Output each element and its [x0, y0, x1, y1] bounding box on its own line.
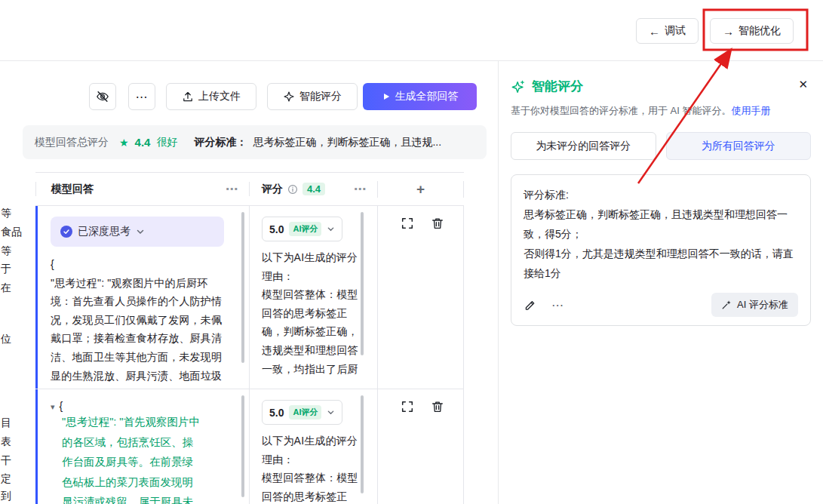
smart-score-panel: 智能评分 ✕ 基于你对模型回答的评分标准，用于 AI 智能评分。使用手册 为未评… — [498, 61, 823, 504]
sparkle-star-icon — [283, 91, 295, 103]
collapse-caret-icon[interactable]: ▾ — [51, 402, 55, 412]
app-page: ← 调试 → 智能优化 等 食品 等 于 在 位 目 表 干 定 到 ⋯ — [0, 0, 823, 504]
chevron-down-icon — [327, 408, 335, 416]
cell-scrollbar[interactable] — [361, 212, 364, 355]
smart-optimize-button[interactable]: → 智能优化 — [710, 18, 794, 44]
score-reason-text: 以下为AI生成的评分 理由： 模型回答整体：模型 回答的思考标签正 — [262, 432, 367, 504]
debug-button-label: 调试 — [665, 24, 686, 38]
expand-icon[interactable] — [401, 400, 414, 413]
upload-icon — [182, 91, 194, 103]
edit-pencil-icon[interactable] — [524, 299, 536, 312]
ai-criteria-button[interactable]: AI 评分标准 — [711, 293, 798, 317]
ai-criteria-button-label: AI 评分标准 — [737, 298, 788, 312]
info-icon — [287, 184, 298, 195]
score-value: 5.0 — [269, 407, 284, 419]
cell-scrollbar[interactable] — [241, 212, 244, 363]
eye-off-icon — [96, 90, 109, 103]
deep-thought-label: 已深度思考 — [78, 225, 131, 238]
generate-all-button-label: 生成全部回答 — [395, 90, 459, 103]
total-score-value: 4.4 — [135, 136, 151, 149]
edge-fragment: 等 — [1, 207, 11, 220]
upload-button-label: 上传文件 — [198, 90, 241, 103]
hide-columns-button[interactable] — [89, 83, 116, 110]
score-average-badge: 4.4 — [302, 183, 325, 195]
column-header-model-answer: 模型回答 ⋯ — [35, 182, 249, 196]
chevron-down-icon — [136, 227, 145, 236]
add-column-header: + — [377, 181, 464, 198]
score-dropdown[interactable]: 5.0 AI评分 — [262, 400, 342, 425]
panel-description: 基于你对模型回答的评分标准，用于 AI 智能评分。使用手册 — [511, 104, 811, 118]
edge-fragment: 目 — [1, 416, 11, 430]
edge-fragment: 位 — [1, 333, 11, 346]
close-icon[interactable]: ✕ — [798, 78, 808, 90]
edge-fragment: 到 — [1, 490, 11, 503]
column-header-score: 评分 4.4 ⋯ — [249, 182, 377, 196]
model-answer-cell[interactable]: 已深度思考 { "思考过程": "观察图片中的后厨环 境：首先查看人员操作的个人… — [35, 206, 249, 389]
smart-score-button[interactable]: 智能评分 — [267, 83, 358, 110]
score-cell[interactable]: 5.0 AI评分 以下为AI生成的评分 理由： 模型回答整体：模型 回答的思考标… — [249, 389, 377, 504]
score-all-button[interactable]: 为所有回答评分 — [666, 132, 812, 160]
expand-icon[interactable] — [401, 217, 414, 230]
check-circle-icon — [60, 226, 72, 238]
star-icon: ★ — [119, 137, 129, 149]
workspace: 等 食品 等 于 在 位 目 表 干 定 到 ⋯ 上传文件 — [0, 61, 498, 504]
score-value: 5.0 — [269, 223, 284, 235]
criteria-label: 评分标准： — [194, 136, 247, 149]
manual-link[interactable]: 使用手册 — [732, 105, 771, 116]
score-column-label: 评分 — [262, 183, 283, 196]
trash-icon[interactable] — [431, 217, 444, 230]
deep-thought-toggle[interactable]: 已深度思考 — [51, 217, 224, 247]
panel-description-text: 基于你对模型回答的评分标准，用于 AI 智能评分。 — [511, 105, 732, 116]
column-more-button[interactable]: ⋯ — [226, 182, 238, 196]
chevron-down-icon — [327, 225, 335, 233]
score-unscored-button[interactable]: 为未评分的回答评分 — [511, 132, 656, 160]
model-answer-cell[interactable]: ▾ { "思考过程": "首先观察图片中 的各区域，包括烹饪区、操 作台面及厨具… — [35, 389, 249, 504]
generate-all-button[interactable]: 生成全部回答 — [363, 83, 477, 110]
cell-scrollbar[interactable] — [361, 395, 364, 493]
edge-fragment: 等 — [1, 244, 11, 258]
answers-table: 模型回答 ⋯ 评分 4.4 ⋯ + — [35, 172, 464, 504]
edge-fragment: 表 — [1, 435, 11, 449]
more-icon: ⋯ — [136, 90, 149, 104]
toolbar-more-button[interactable]: ⋯ — [128, 83, 155, 110]
column-more-button[interactable]: ⋯ — [354, 182, 367, 196]
cell-scrollbar[interactable] — [241, 395, 244, 497]
total-score-label: 模型回答总评分 — [35, 136, 109, 149]
row-actions-cell — [377, 206, 464, 389]
back-arrow-icon: ← — [649, 26, 660, 37]
panel-title: 智能评分 — [532, 78, 583, 95]
edge-fragment: 于 — [1, 263, 11, 276]
model-answer-column-label: 模型回答 — [51, 183, 94, 196]
edge-fragment: 干 — [1, 454, 11, 468]
smart-score-button-label: 智能评分 — [299, 90, 342, 103]
score-unscored-label: 为未评分的回答评分 — [536, 140, 631, 153]
forward-arrow-icon: → — [723, 26, 734, 37]
top-header: ← 调试 → 智能优化 — [0, 0, 823, 61]
sparkle-star-icon — [511, 79, 526, 94]
edge-fragment: 定 — [1, 472, 11, 486]
answer-content-text: { "思考过程": "观察图片中的后厨环 境：首先查看人员操作的个人防护情 况，… — [51, 255, 240, 385]
criteria-card: 评分标准: 思考标签正确，判断标签正确，且违规类型和理想回答一 致，得5分； 否… — [511, 174, 811, 326]
row-actions-cell — [377, 389, 464, 504]
criteria-more-button[interactable]: ⋯ — [551, 298, 564, 312]
score-all-label: 为所有回答评分 — [702, 140, 775, 153]
score-reason-text: 以下为AI生成的评分 理由： 模型回答整体：模型 回答的思考标签正 确，判断标签… — [262, 248, 367, 378]
table-row: 已深度思考 { "思考过程": "观察图片中的后厨环 境：首先查看人员操作的个人… — [35, 206, 464, 389]
criteria-text: 评分标准: 思考标签正确，判断标签正确，且违规类型和理想回答一 致，得5分； 否… — [524, 185, 798, 283]
trash-icon[interactable] — [431, 400, 444, 413]
add-column-button[interactable]: + — [416, 181, 425, 198]
upload-file-button[interactable]: 上传文件 — [166, 83, 256, 110]
answer-content-text: "思考过程": "首先观察图片中 的各区域，包括烹饪区、操 作台面及厨具等。在前… — [62, 412, 240, 504]
debug-button[interactable]: ← 调试 — [636, 18, 699, 44]
score-dropdown[interactable]: 5.0 AI评分 — [262, 217, 342, 241]
table-header-row: 模型回答 ⋯ 评分 4.4 ⋯ + — [35, 173, 464, 206]
total-score-grade: 很好 — [156, 136, 177, 149]
json-brace: { — [60, 400, 63, 412]
table-row: ▾ { "思考过程": "首先观察图片中 的各区域，包括烹饪区、操 作台面及厨具… — [35, 389, 464, 504]
criteria-preview: 思考标签正确，判断标签正确，且违规... — [253, 136, 441, 149]
total-score-summary-bar: 模型回答总评分 ★ 4.4 很好 评分标准： 思考标签正确，判断标签正确，且违规… — [23, 125, 487, 159]
edge-fragment: 食品 — [1, 226, 22, 239]
ai-score-tag: AI评分 — [289, 405, 321, 419]
score-cell[interactable]: 5.0 AI评分 以下为AI生成的评分 理由： 模型回答整体：模型 回答的思考标… — [249, 206, 377, 389]
smart-optimize-button-label: 智能优化 — [739, 24, 781, 38]
